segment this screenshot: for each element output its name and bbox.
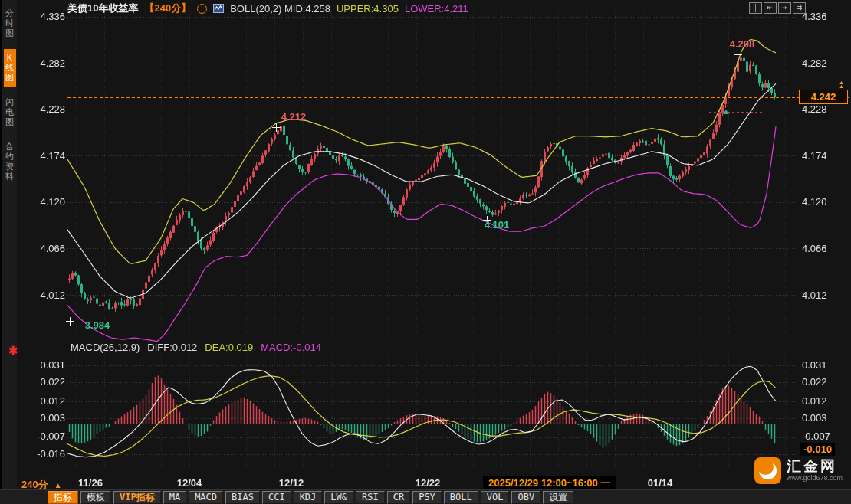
boll-mini-icon — [213, 4, 224, 13]
tab-ma[interactable]: MA — [163, 491, 186, 504]
sidebar-item-kline-chart[interactable]: K线图 — [4, 49, 16, 87]
macd-dea-readout: DEA:0.019 — [205, 342, 253, 353]
tab-boll[interactable]: BOLL — [444, 491, 478, 504]
alert-icon[interactable]: ✱ — [8, 344, 18, 358]
macd-y-tick: 0.012 — [802, 395, 842, 407]
y-tick: 4.282 — [802, 57, 842, 69]
last-price-tag: 4.242 — [799, 90, 848, 104]
tab-lw[interactable]: LW& — [324, 491, 353, 504]
selected-bar-datetime: 2025/12/29 12:00~16:00 一 — [483, 476, 616, 491]
boll-lower-readout: LOWER:4.211 — [405, 3, 468, 15]
collapse-icon[interactable]: − — [197, 4, 207, 14]
x-axis-date: 12/12 — [279, 477, 304, 489]
macd-y-tick: 0.012 — [31, 395, 65, 407]
x-axis-date: 01/14 — [648, 477, 673, 489]
macd-params: MACD(26,12,9) — [71, 342, 140, 353]
y-tick: 4.228 — [802, 103, 842, 115]
tab-vip-indicator[interactable]: VIP指标 — [113, 491, 161, 504]
x-axis-date: 12/04 — [177, 477, 202, 489]
macd-y-tick: 0.003 — [802, 412, 842, 424]
tab-bias[interactable]: BIAS — [225, 491, 260, 504]
y-tick: 4.282 — [31, 57, 65, 69]
sidebar-item-contract-info[interactable]: 合约资料 — [4, 138, 16, 185]
y-tick: 4.120 — [802, 196, 842, 208]
y-tick: 4.066 — [31, 243, 65, 254]
tab-macd[interactable]: MACD — [189, 491, 223, 504]
low-annotation: 3.984 — [85, 319, 110, 331]
interval-label: 240分 — [21, 479, 48, 490]
price-alert-icon[interactable]: ▲▲ — [839, 80, 844, 88]
y-tick: 4.012 — [31, 290, 65, 301]
tab-template[interactable]: 模板 — [80, 491, 111, 504]
tab-settings[interactable]: 设置 — [543, 491, 573, 504]
swing-high-annotation: 4.212 — [281, 111, 307, 123]
chevron-up-icon: ▲ — [54, 481, 62, 489]
y-tick: 4.066 — [802, 243, 842, 254]
pan-right-icon[interactable]: ⇉ — [793, 2, 806, 14]
macd-last-value-tag: -0.010 — [800, 443, 835, 456]
zoom-in-icon[interactable]: ⇤ — [764, 2, 777, 14]
macd-value-readout: MACD:-0.014 — [261, 342, 321, 353]
y-tick: 4.228 — [31, 103, 65, 115]
window-tools: ┼ ⇤ ⇥ ⇉ — [749, 2, 806, 14]
macd-y-tick: 0.022 — [31, 376, 65, 388]
zoom-out-icon[interactable]: ⇥ — [778, 2, 791, 14]
macd-y-tick: 0.003 — [31, 412, 65, 424]
high-annotation: 4.298 — [730, 38, 755, 50]
macd-y-tick: 0.031 — [802, 359, 842, 371]
indicator-toolbar: 指标 模板 VIP指标 MA MACD BIAS CCI KDJ LW& RSI… — [0, 489, 851, 504]
macd-y-tick: -0.007 — [802, 430, 842, 442]
y-tick: 4.174 — [31, 150, 65, 162]
y-tick: 4.174 — [802, 150, 842, 162]
boll-upper-readout: UPPER:4.305 — [337, 3, 399, 15]
crosshair-icon[interactable]: ┼ — [749, 2, 762, 14]
interval-badge[interactable]: 【240分】 — [144, 2, 191, 15]
x-axis-date: 12/22 — [416, 477, 441, 489]
macd-y-tick: -0.007 — [31, 430, 65, 442]
kline-chart-canvas[interactable] — [17, 0, 851, 490]
site-logo: 汇金网 www.gold678.com — [754, 457, 843, 484]
tab-indicator[interactable]: 指标 — [48, 491, 78, 504]
site-name: 汇金网 — [787, 459, 843, 474]
tab-psy[interactable]: PSY — [412, 491, 442, 504]
sidebar-item-flash-chart[interactable]: 闪电图 — [4, 93, 16, 131]
instrument-title: 美债10年收益率 — [67, 2, 138, 15]
tab-vol[interactable]: VOL — [481, 491, 510, 504]
tab-kdj[interactable]: KDJ — [294, 491, 323, 504]
y-tick: 4.336 — [802, 11, 842, 22]
tab-cci[interactable]: CCI — [262, 491, 291, 504]
tab-obv[interactable]: OBV — [511, 491, 540, 504]
huijin-logo-icon — [754, 457, 781, 484]
tab-cr[interactable]: CR — [387, 491, 410, 504]
sidebar: 分时图 K线图 闪电图 合约资料 — [0, 0, 17, 504]
macd-y-tick: 0.031 — [31, 359, 65, 371]
macd-y-tick: -0.016 — [31, 448, 65, 460]
site-url: www.gold678.com — [787, 474, 843, 483]
kline-app: 分时图 K线图 闪电图 合约资料 美债10年收益率 【240分】 − BOLL(… — [0, 0, 851, 504]
y-tick: 4.120 — [31, 196, 65, 208]
x-axis-date: 11/26 — [78, 477, 103, 489]
sidebar-item-timeline-chart[interactable]: 分时图 — [4, 5, 16, 42]
macd-header: MACD(26,12,9) DIFF:0.012 DEA:0.019 MACD:… — [71, 342, 321, 353]
tab-rsi[interactable]: RSI — [356, 491, 385, 504]
boll-mid-readout: BOLL(20,2) MID:4.258 — [230, 3, 330, 15]
macd-y-tick: 0.022 — [802, 376, 842, 388]
chart-header: 美债10年收益率 【240分】 − BOLL(20,2) MID:4.258 U… — [67, 2, 468, 15]
swing-low-annotation: 4.101 — [485, 219, 510, 231]
y-tick: 4.012 — [802, 290, 842, 301]
y-tick: 4.336 — [31, 11, 65, 22]
macd-diff-readout: DIFF:0.012 — [147, 342, 197, 353]
